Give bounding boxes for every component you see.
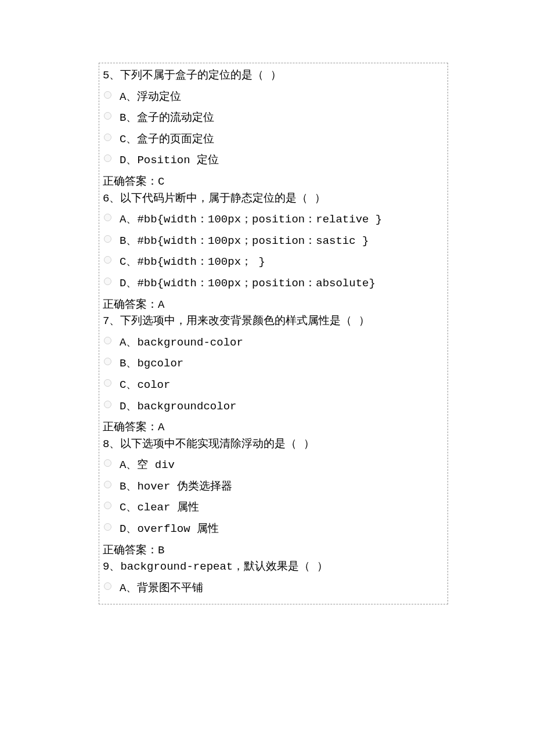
option-row: C、#bb{width：100px； } xyxy=(104,254,444,270)
question-stem: 5、下列不属于盒子的定位的是（ ） xyxy=(103,68,444,84)
option-radio[interactable] xyxy=(104,582,111,590)
quiz-container: 5、下列不属于盒子的定位的是（ ） A、浮动定位 B、盒子的流动定位 C、盒子的… xyxy=(99,63,448,604)
option-label: C、#bb{width：100px； } xyxy=(120,254,265,270)
option-row: C、clear 属性 xyxy=(104,500,444,516)
question-block: 5、下列不属于盒子的定位的是（ ） A、浮动定位 B、盒子的流动定位 C、盒子的… xyxy=(103,68,444,190)
radio-icon xyxy=(104,499,111,514)
question-number: 9、 xyxy=(103,560,120,573)
option-radio[interactable] xyxy=(104,112,111,120)
option-row: C、color xyxy=(104,377,444,393)
option-row: C、盒子的页面定位 xyxy=(104,132,444,147)
option-radio[interactable] xyxy=(104,379,111,387)
question-text: 以下代码片断中，属于静态定位的是（ ） xyxy=(120,192,325,205)
option-row: D、backgroundcolor xyxy=(104,399,444,415)
page: 5、下列不属于盒子的定位的是（ ） A、浮动定位 B、盒子的流动定位 C、盒子的… xyxy=(0,0,534,604)
option-row: A、空 div xyxy=(104,458,444,473)
question-stem: 9、background-repeat，默认效果是（ ） xyxy=(103,559,444,575)
answer-prefix: 正确答案： xyxy=(103,175,158,188)
option-label: B、hover 伪类选择器 xyxy=(120,479,232,495)
question-block: 6、以下代码片断中，属于静态定位的是（ ） A、#bb{width：100px；… xyxy=(103,191,444,313)
option-radio[interactable] xyxy=(104,481,111,488)
radio-icon xyxy=(104,88,111,104)
question-number: 6、 xyxy=(103,192,120,205)
radio-icon xyxy=(104,131,111,146)
question-number: 8、 xyxy=(103,438,120,451)
option-row: D、overflow 属性 xyxy=(104,521,444,537)
radio-icon xyxy=(104,334,111,350)
radio-icon xyxy=(104,232,111,248)
option-radio[interactable] xyxy=(104,278,111,285)
option-label: B、#bb{width：100px；position：sastic } xyxy=(120,233,369,249)
option-row: B、hover 伪类选择器 xyxy=(104,479,444,495)
option-radio[interactable] xyxy=(104,256,111,264)
option-label: B、盒子的流动定位 xyxy=(120,110,214,126)
question-text: 以下选项中不能实现清除浮动的是（ ） xyxy=(120,438,314,451)
radio-icon xyxy=(104,275,111,290)
radio-icon xyxy=(104,253,111,269)
option-radio[interactable] xyxy=(104,502,111,509)
option-label: C、color xyxy=(120,377,170,393)
correct-answer: 正确答案：C xyxy=(103,174,444,190)
question-stem: 7、下列选项中，用来改变背景颜色的样式属性是（ ） xyxy=(103,314,444,329)
answer-prefix: 正确答案： xyxy=(103,544,158,557)
question-block: 8、以下选项中不能实现清除浮动的是（ ） A、空 div B、hover 伪类选… xyxy=(103,437,444,559)
option-label: C、盒子的页面定位 xyxy=(120,132,214,147)
option-label: C、clear 属性 xyxy=(120,500,199,516)
option-label: D、overflow 属性 xyxy=(120,521,219,537)
answer-prefix: 正确答案： xyxy=(103,298,158,311)
option-label: A、空 div xyxy=(120,458,175,473)
option-label: A、浮动定位 xyxy=(120,89,181,105)
radio-icon xyxy=(104,152,111,167)
correct-answer: 正确答案：A xyxy=(103,297,444,313)
option-radio[interactable] xyxy=(104,214,111,221)
radio-icon xyxy=(104,456,111,472)
radio-icon xyxy=(104,579,111,595)
option-label: A、background-color xyxy=(120,335,243,351)
answer-value: A xyxy=(158,421,164,434)
option-row: A、background-color xyxy=(104,335,444,351)
radio-icon xyxy=(104,376,111,392)
option-label: D、#bb{width：100px；position：absolute} xyxy=(120,276,376,291)
option-row: D、Position 定位 xyxy=(104,153,444,168)
option-row: B、盒子的流动定位 xyxy=(104,110,444,126)
option-radio[interactable] xyxy=(104,154,111,162)
answer-value: B xyxy=(158,544,164,557)
answer-prefix: 正确答案： xyxy=(103,421,158,434)
option-row: D、#bb{width：100px；position：absolute} xyxy=(104,276,444,291)
option-row: A、背景图不平铺 xyxy=(104,581,444,596)
option-radio[interactable] xyxy=(104,523,111,531)
radio-icon xyxy=(104,355,111,370)
option-row: A、#bb{width：100px；position：relative } xyxy=(104,212,444,228)
question-block: 9、background-repeat，默认效果是（ ） A、背景图不平铺 xyxy=(103,559,444,596)
option-row: B、#bb{width：100px；position：sastic } xyxy=(104,233,444,249)
option-label: D、backgroundcolor xyxy=(120,399,236,415)
option-label: A、背景图不平铺 xyxy=(120,581,203,596)
option-row: B、bgcolor xyxy=(104,356,444,372)
question-text: 下列选项中，用来改变背景颜色的样式属性是（ ） xyxy=(120,315,369,327)
radio-icon xyxy=(104,478,111,494)
question-stem: 8、以下选项中不能实现清除浮动的是（ ） xyxy=(103,437,444,452)
option-radio[interactable] xyxy=(104,235,111,243)
option-radio[interactable] xyxy=(104,91,111,99)
option-row: A、浮动定位 xyxy=(104,89,444,105)
option-radio[interactable] xyxy=(104,459,111,467)
question-number: 5、 xyxy=(103,69,120,82)
radio-icon xyxy=(104,211,111,226)
answer-value: C xyxy=(158,175,164,188)
option-label: A、#bb{width：100px；position：relative } xyxy=(120,212,382,228)
answer-value: A xyxy=(158,298,164,311)
radio-icon xyxy=(104,520,111,536)
option-label: B、bgcolor xyxy=(120,356,183,372)
option-radio[interactable] xyxy=(104,134,111,141)
question-block: 7、下列选项中，用来改变背景颜色的样式属性是（ ） A、background-c… xyxy=(103,314,444,435)
correct-answer: 正确答案：B xyxy=(103,543,444,559)
question-number: 7、 xyxy=(103,315,120,327)
question-stem: 6、以下代码片断中，属于静态定位的是（ ） xyxy=(103,191,444,207)
question-text: 下列不属于盒子的定位的是（ ） xyxy=(120,69,281,82)
option-label: D、Position 定位 xyxy=(120,153,219,168)
option-radio[interactable] xyxy=(104,358,111,365)
option-radio[interactable] xyxy=(104,337,111,344)
option-radio[interactable] xyxy=(104,401,111,408)
question-text: background-repeat，默认效果是（ ） xyxy=(120,560,327,573)
correct-answer: 正确答案：A xyxy=(103,420,444,435)
